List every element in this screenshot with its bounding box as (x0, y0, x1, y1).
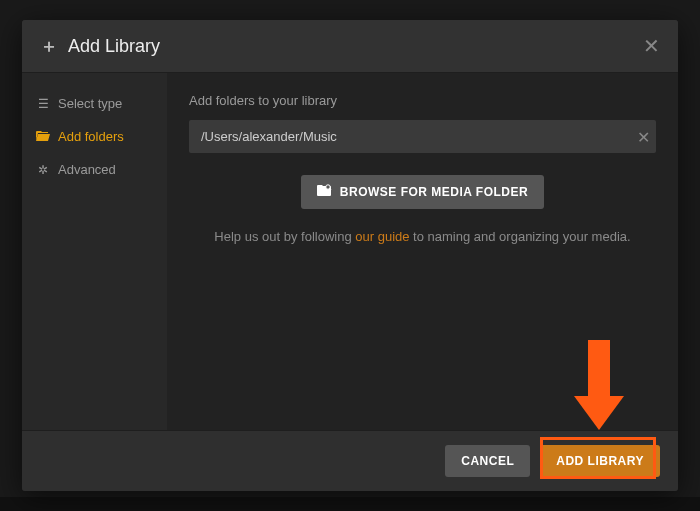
sidebar-item-add-folders[interactable]: Add folders (22, 120, 167, 153)
clear-path-button[interactable]: ✕ (637, 127, 650, 146)
list-icon: ☰ (36, 97, 50, 111)
content-panel: Add folders to your library ✕ BROWSE FOR… (167, 73, 678, 430)
modal-footer: CANCEL ADD LIBRARY (22, 430, 678, 491)
modal-title: Add Library (68, 36, 160, 57)
sidebar-item-label: Advanced (58, 162, 116, 177)
plus-icon: ＋ (40, 34, 58, 58)
sidebar-item-select-type[interactable]: ☰ Select type (22, 87, 167, 120)
folder-path-input[interactable] (189, 120, 656, 153)
instruction-label: Add folders to your library (189, 93, 656, 108)
sidebar-item-label: Add folders (58, 129, 124, 144)
folder-open-icon (36, 130, 50, 144)
add-library-button[interactable]: ADD LIBRARY (540, 445, 660, 477)
sidebar-item-advanced[interactable]: ✲ Advanced (22, 153, 167, 186)
cancel-button[interactable]: CANCEL (445, 445, 530, 477)
sidebar: ☰ Select type Add folders ✲ Advanced (22, 73, 167, 430)
add-library-modal: ＋ Add Library ✕ ☰ Select type Add folder… (22, 20, 678, 491)
browse-folder-button[interactable]: BROWSE FOR MEDIA FOLDER (301, 175, 544, 209)
gear-icon: ✲ (36, 163, 50, 177)
close-button[interactable]: ✕ (643, 34, 660, 58)
sidebar-item-label: Select type (58, 96, 122, 111)
browse-button-label: BROWSE FOR MEDIA FOLDER (340, 185, 528, 199)
help-text: Help us out by following our guide to na… (189, 229, 656, 244)
guide-link[interactable]: our guide (355, 229, 409, 244)
modal-header: ＋ Add Library ✕ (22, 20, 678, 73)
folder-search-icon (317, 184, 332, 200)
